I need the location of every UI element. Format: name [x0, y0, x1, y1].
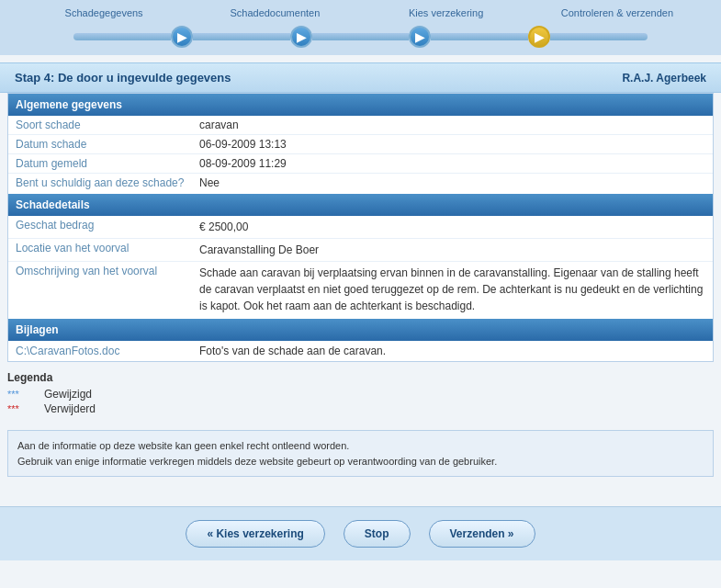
step-3-label: Kies verzekering — [409, 7, 483, 18]
section-header-schadedetails: Schadedetails — [8, 194, 713, 216]
table-row: Geschat bedrag€ 2500,00 — [8, 216, 713, 239]
progress-bar-container: Schadegegevens Schadedocumenten Kies ver… — [0, 0, 721, 55]
row-label: Soort schade — [8, 116, 192, 135]
row-label: Geschat bedrag — [8, 216, 192, 239]
row-label: Locatie van het voorval — [8, 239, 192, 262]
row-value: caravan — [192, 116, 713, 135]
progress-step-3: Kies verzekering — [361, 7, 532, 22]
progress-steps: Schadegegevens Schadedocumenten Kies ver… — [18, 7, 703, 26]
section-title-algemeen: Algemene gegevens — [16, 98, 122, 111]
row-value: 06-09-2009 13:13 — [192, 135, 713, 154]
table-row: Soort schadecaravan — [8, 116, 713, 135]
step-circle-2: ▶ — [290, 26, 312, 48]
row-label: Omschrijving van het voorval — [8, 262, 192, 318]
legenda-stars-red: *** — [7, 403, 35, 414]
legenda-item-verwijderd: *** Verwijderd — [7, 402, 714, 415]
table-row: Bent u schuldig aan deze schade?Nee — [8, 174, 713, 193]
algemene-gegevens-table: Soort schadecaravanDatum schade06-09-200… — [8, 116, 713, 192]
disclaimer-line1: Aan de informatie op deze website kan ge… — [17, 438, 704, 454]
main-content: Algemene gegevens Soort schadecaravanDat… — [7, 93, 714, 362]
row-value: Schade aan caravan bij verplaatsing erva… — [192, 262, 713, 318]
legenda-stars-blue: *** — [7, 389, 35, 400]
legenda-title: Legenda — [7, 371, 714, 384]
bijlagen-table: C:\CaravanFotos.docFoto's van de schade … — [8, 341, 713, 361]
legenda-label-verwijderd: Verwijderd — [44, 402, 96, 415]
row-label: Bent u schuldig aan deze schade? — [8, 174, 192, 193]
progress-step-1: Schadegegevens — [18, 7, 189, 22]
progress-step-2: Schadedocumenten — [189, 7, 360, 22]
bijlage-description: Foto's van de schade aan de caravan. — [192, 341, 713, 361]
section-header-bijlagen: Bijlagen — [8, 319, 713, 341]
legenda-item-gewijzigd: *** Gewijzigd — [7, 388, 714, 401]
row-value: 08-09-2009 11:29 — [192, 154, 713, 174]
row-value: € 2500,00 — [192, 216, 713, 239]
table-row: C:\CaravanFotos.docFoto's van de schade … — [8, 341, 713, 361]
progress-step-4: Controleren & verzenden — [532, 7, 703, 22]
legenda-section: Legenda *** Gewijzigd *** Verwijderd — [0, 362, 721, 423]
step-circle-3: ▶ — [409, 26, 431, 48]
bijlage-filename: C:\CaravanFotos.doc — [8, 341, 192, 361]
table-row: Omschrijving van het voorvalSchade aan c… — [8, 262, 713, 318]
step-header: Stap 4: De door u ingevulde gegevens R.A… — [0, 62, 721, 93]
back-button[interactable]: « Kies verzekering — [186, 520, 324, 548]
step-title: Stap 4: De door u ingevulde gegevens — [15, 71, 231, 85]
table-row: Locatie van het voorvalCaravanstalling D… — [8, 239, 713, 262]
table-row: Datum gemeld08-09-2009 11:29 — [8, 154, 713, 174]
spacer — [0, 484, 721, 499]
section-title-schadedetails: Schadedetails — [16, 198, 90, 211]
step-circle-4: ▶ — [528, 26, 550, 48]
row-label: Datum gemeld — [8, 154, 192, 174]
schadedetails-table: Geschat bedrag€ 2500,00Locatie van het v… — [8, 216, 713, 317]
disclaimer-line2: Gebruik van enige informatie verkregen m… — [17, 454, 704, 469]
section-title-bijlagen: Bijlagen — [16, 323, 59, 336]
stop-button[interactable]: Stop — [344, 520, 411, 548]
step-1-label: Schadegegevens — [65, 7, 143, 18]
user-name: R.A.J. Agerbeek — [622, 72, 706, 85]
step-circle-1: ▶ — [171, 26, 193, 48]
row-value: Nee — [192, 174, 713, 193]
row-value: Caravanstalling De Boer — [192, 239, 713, 262]
step-2-label: Schadedocumenten — [230, 7, 320, 18]
bottom-buttons: « Kies verzekering Stop Verzenden » — [0, 506, 721, 560]
send-button[interactable]: Verzenden » — [429, 520, 535, 548]
table-row: Datum schade06-09-2009 13:13 — [8, 135, 713, 154]
legenda-label-gewijzigd: Gewijzigd — [44, 388, 92, 401]
section-header-algemeen: Algemene gegevens — [8, 94, 713, 116]
disclaimer-section: Aan de informatie op deze website kan ge… — [7, 430, 714, 477]
step-4-label: Controleren & verzenden — [561, 7, 673, 18]
row-label: Datum schade — [8, 135, 192, 154]
